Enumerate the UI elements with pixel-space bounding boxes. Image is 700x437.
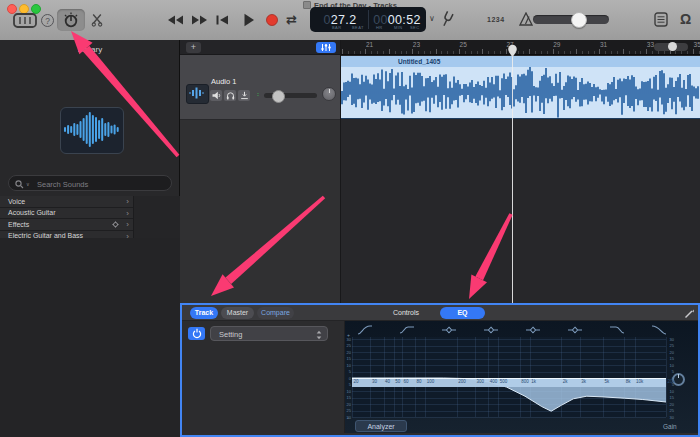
eq-db-label: 25 xyxy=(346,408,351,413)
updown-chevron-icon xyxy=(316,330,322,340)
channel-strip-pane: Setting xyxy=(182,321,345,433)
tuner-button[interactable] xyxy=(438,9,456,30)
analyzer-button[interactable]: Analyzer xyxy=(355,420,407,432)
eq-scale-minus: - xyxy=(347,415,349,421)
play-button[interactable] xyxy=(243,13,255,27)
ruler-bar-number: 35 xyxy=(694,41,700,48)
master-volume-knob[interactable] xyxy=(571,12,587,28)
track-name[interactable]: Audio 1 xyxy=(211,77,236,86)
go-to-beginning-icon xyxy=(215,15,229,25)
eq-db-label: 30 xyxy=(668,337,674,342)
eq-freq-label: 100 xyxy=(427,379,435,384)
search-input[interactable] xyxy=(35,177,169,191)
record-button[interactable] xyxy=(266,14,278,26)
timeline: 2123252729313335 Untitled_1405 xyxy=(340,40,700,303)
patch-image[interactable] xyxy=(60,107,124,154)
eq-band-lowshelf-icon[interactable] xyxy=(399,325,415,335)
ruler-bar-number: 29 xyxy=(553,41,560,48)
eq-freq-label: 2k xyxy=(563,379,568,384)
lcd-mode-chevron[interactable]: ∨ xyxy=(429,14,435,23)
eq-db-label: 0 xyxy=(346,376,351,381)
toolbar: End of the Day - Tracks ? xyxy=(0,0,700,41)
eq-db-label: 5 xyxy=(346,382,351,387)
track-controls-toggle-button[interactable] xyxy=(316,42,336,53)
eq-db-label: 15 xyxy=(346,395,351,400)
tab-eq[interactable]: EQ xyxy=(440,307,485,319)
fast-forward-button[interactable] xyxy=(191,15,208,25)
question-icon: ? xyxy=(45,16,50,26)
input-arrow-icon xyxy=(240,91,249,100)
plugin-power-button[interactable] xyxy=(188,327,205,340)
cycle-button[interactable]: ⇄ xyxy=(286,12,297,27)
eq-db-label: 20 xyxy=(668,350,674,355)
lcd-unit-beat: BEAT xyxy=(352,25,364,30)
region-header[interactable]: Untitled_1405 xyxy=(341,56,700,67)
eq-band-bell-icon[interactable] xyxy=(441,325,457,335)
audio-region[interactable]: Untitled_1405 xyxy=(341,56,700,119)
add-track-button[interactable]: + xyxy=(186,42,201,53)
setting-dropdown[interactable]: Setting xyxy=(210,326,328,341)
editors-button[interactable] xyxy=(91,13,103,27)
eq-band-bell-icon[interactable] xyxy=(483,325,499,335)
lcd-display[interactable]: 027.2 BAR BEAT 0000:52 HR MIN SEC xyxy=(310,7,426,32)
track-volume-knob[interactable] xyxy=(272,90,285,103)
library-sidebar: Library ∨ Voice›Acoustic Guitar›Effects›… xyxy=(0,40,180,437)
eq-graph[interactable]: 2030405060801002003004005008001k2k3k5k8k… xyxy=(352,337,666,417)
eq-band-bell-icon[interactable] xyxy=(525,325,541,335)
eq-band-bell-icon[interactable] xyxy=(567,325,583,335)
library-item[interactable]: Effects› xyxy=(0,219,133,231)
eq-band-highpass-icon[interactable] xyxy=(357,325,373,335)
search-scope-chevron[interactable]: ∨ xyxy=(26,181,30,187)
chevron-right-icon: › xyxy=(126,220,129,229)
garageband-window: End of the Day - Tracks ? xyxy=(0,0,700,437)
region-waveform xyxy=(341,67,700,118)
lcd-divider xyxy=(368,10,369,29)
quick-help-button[interactable]: ? xyxy=(41,14,54,27)
go-to-beginning-button[interactable] xyxy=(215,15,229,25)
eq-db-label: 25 xyxy=(346,343,351,348)
headphones-icon xyxy=(226,91,235,100)
input-monitor-button[interactable] xyxy=(238,90,250,101)
track-row[interactable]: Audio 1 : xyxy=(180,55,340,120)
pen-icon[interactable] xyxy=(684,308,695,319)
tab-controls[interactable]: Controls xyxy=(378,307,434,319)
eq-band-lowpass-icon[interactable] xyxy=(651,325,667,335)
count-in-button[interactable]: 1234 xyxy=(487,16,505,23)
eq-freq-label: 20 xyxy=(354,379,359,384)
track-header-toolbar: + xyxy=(180,40,340,55)
library-item-label: Voice xyxy=(8,198,25,205)
ruler[interactable]: 2123252729313335 xyxy=(341,40,700,55)
eq-db-label: 10 xyxy=(668,363,674,368)
library-item[interactable]: Acoustic Guitar› xyxy=(0,208,133,220)
lcd-unit-sec: SEC xyxy=(410,25,419,30)
library-second-column xyxy=(133,196,181,238)
notepad-button[interactable] xyxy=(654,12,668,27)
record-icon xyxy=(266,14,278,26)
eq-db-label: 20 xyxy=(346,402,351,407)
metronome-button[interactable] xyxy=(519,12,533,26)
eq-freq-label: 300 xyxy=(477,379,485,384)
playhead-handle[interactable] xyxy=(506,44,519,58)
loop-browser-button[interactable]: Ω xyxy=(680,11,691,27)
lcd-unit-hr: HR xyxy=(376,25,383,30)
patch-waveform-icon xyxy=(61,108,121,151)
eq-band-highshelf-icon[interactable] xyxy=(609,325,625,335)
mute-button[interactable] xyxy=(210,90,222,101)
smart-controls-button[interactable] xyxy=(57,9,85,31)
library-item[interactable]: Voice› xyxy=(0,196,133,208)
ruler-bar-number: 31 xyxy=(600,41,607,48)
speaker-icon xyxy=(212,91,221,100)
loop-icon: Ω xyxy=(680,11,691,27)
gain-label: Gain xyxy=(663,423,677,430)
rewind-button[interactable] xyxy=(167,15,184,25)
playhead-line[interactable] xyxy=(512,46,513,303)
chevron-right-icon: › xyxy=(126,209,129,218)
solo-button[interactable] xyxy=(224,90,236,101)
tab-master[interactable]: Master xyxy=(221,307,254,319)
search-field[interactable]: ∨ xyxy=(8,175,172,191)
tab-compare[interactable]: Compare xyxy=(257,307,294,319)
library-button[interactable] xyxy=(13,13,37,28)
eq-freq-label: 3k xyxy=(581,379,586,384)
tab-track[interactable]: Track xyxy=(190,307,218,319)
timeline-zoom-knob[interactable] xyxy=(668,42,677,51)
